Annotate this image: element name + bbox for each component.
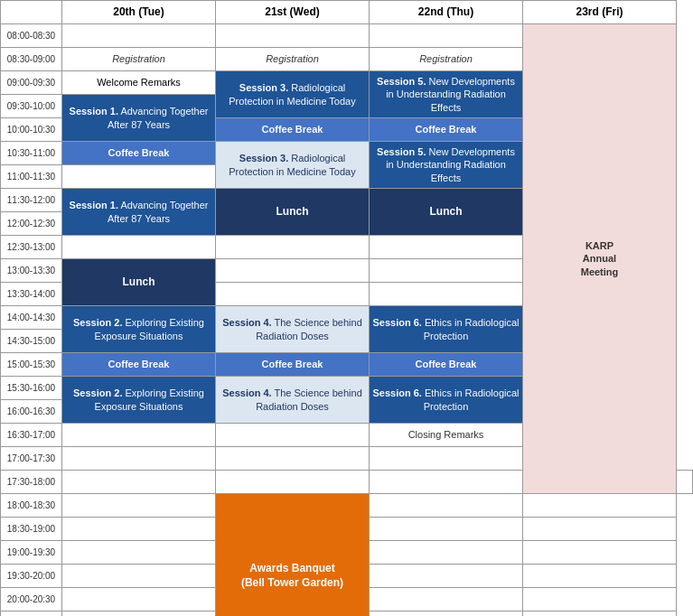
time-cell: 08:30-09:00: [1, 48, 62, 71]
table-cell: [62, 236, 216, 259]
table-cell: [523, 611, 677, 617]
table-cell: [62, 518, 216, 541]
time-cell: 19:00-19:30: [1, 541, 62, 565]
table-cell: [370, 24, 523, 48]
table-cell: [62, 611, 216, 617]
table-cell: Awards Banquet(Bell Tower Garden): [216, 494, 370, 617]
table-cell: Lunch: [216, 189, 370, 236]
table-cell: Session 4. The Science behind Radiation …: [216, 306, 370, 353]
table-cell: [62, 541, 216, 565]
time-header: [1, 1, 62, 24]
table-cell: Session 1. Advancing Together After 87 Y…: [62, 189, 216, 236]
table-cell: Session 5. New Developments in Understan…: [370, 71, 523, 118]
table-cell: Closing Remarks: [370, 424, 523, 447]
header-tue: 20th (Tue): [62, 1, 216, 24]
table-cell: Coffee Break: [216, 353, 370, 377]
header-thu: 22nd (Thu): [370, 1, 523, 24]
table-cell: [370, 518, 523, 541]
table-cell: [370, 611, 523, 617]
table-cell: Session 2. Exploring Existing Exposure S…: [62, 377, 216, 424]
time-cell: 10:30-11:00: [1, 142, 62, 165]
schedule-container: 20th (Tue) 21st (Wed) 22nd (Thu) 23rd (F…: [0, 0, 693, 616]
table-cell: Session 2. Exploring Existing Exposure S…: [62, 306, 216, 353]
table-cell: Session 6. Ethics in Radiological Protec…: [370, 306, 523, 353]
table-cell: Registration: [370, 48, 523, 71]
table-cell: [523, 565, 677, 588]
table-cell: [370, 471, 523, 494]
time-cell: 13:30-14:00: [1, 283, 62, 306]
table-cell: [62, 588, 216, 611]
table-cell: [370, 447, 523, 471]
table-cell: [370, 565, 523, 588]
time-cell: 11:00-11:30: [1, 165, 62, 189]
table-cell: [216, 447, 370, 471]
table-cell: [370, 283, 523, 306]
table-cell: [216, 283, 370, 306]
header-wed: 21st (Wed): [216, 1, 370, 24]
time-cell: 11:30-12:00: [1, 189, 62, 212]
table-cell: Coffee Break: [216, 118, 370, 142]
table-cell: [216, 236, 370, 259]
time-cell: 12:00-12:30: [1, 212, 62, 236]
table-cell: [62, 447, 216, 471]
table-cell: [523, 588, 677, 611]
table-row: 08:00-08:30KARPAnnualMeeting: [1, 24, 693, 48]
time-cell: 08:00-08:30: [1, 24, 62, 48]
time-cell: 17:30-18:00: [1, 471, 62, 494]
table-cell: [216, 259, 370, 283]
table-cell: Session 4. The Science behind Radiation …: [216, 377, 370, 424]
time-cell: 12:30-13:00: [1, 236, 62, 259]
time-cell: 17:00-17:30: [1, 447, 62, 471]
header-fri: 23rd (Fri): [523, 1, 677, 24]
table-cell: Coffee Break: [62, 353, 216, 377]
table-cell: [370, 588, 523, 611]
table-cell: [62, 494, 216, 518]
table-cell: Session 1. Advancing Together After 87 Y…: [62, 95, 216, 142]
time-cell: 09:00-09:30: [1, 71, 62, 95]
time-cell: 20:30-21:00: [1, 611, 62, 617]
table-cell: [216, 471, 370, 494]
table-cell: [62, 565, 216, 588]
table-cell: Session 6. Ethics in Radiological Protec…: [370, 377, 523, 424]
time-cell: 15:00-15:30: [1, 353, 62, 377]
time-cell: 14:30-15:00: [1, 330, 62, 353]
time-cell: 20:00-20:30: [1, 588, 62, 611]
table-cell: Session 5. New Developments in Understan…: [370, 142, 523, 189]
time-cell: 18:30-19:00: [1, 518, 62, 541]
table-cell: Welcome Remarks: [62, 71, 216, 95]
table-cell: Lunch: [62, 259, 216, 306]
time-cell: 14:00-14:30: [1, 306, 62, 330]
table-cell: Registration: [62, 48, 216, 71]
table-cell: [370, 541, 523, 565]
time-cell: 19:30-20:00: [1, 565, 62, 588]
time-cell: 16:30-17:00: [1, 424, 62, 447]
table-cell: [216, 24, 370, 48]
time-cell: 09:30-10:00: [1, 95, 62, 118]
time-cell: 13:00-13:30: [1, 259, 62, 283]
table-cell: [523, 518, 677, 541]
table-cell: Session 3. Radiological Protection in Me…: [216, 142, 370, 189]
table-cell: KARPAnnualMeeting: [523, 24, 677, 494]
table-cell: [370, 494, 523, 518]
table-cell: [62, 424, 216, 447]
table-cell: [62, 165, 216, 189]
table-cell: [677, 471, 693, 494]
table-row: 18:00-18:30Awards Banquet(Bell Tower Gar…: [1, 494, 693, 518]
table-cell: Lunch: [370, 189, 523, 236]
time-cell: 18:00-18:30: [1, 494, 62, 518]
table-cell: [523, 541, 677, 565]
time-cell: 16:00-16:30: [1, 400, 62, 424]
table-cell: [62, 471, 216, 494]
time-cell: 10:00-10:30: [1, 118, 62, 142]
table-cell: Coffee Break: [62, 142, 216, 165]
table-cell: [523, 494, 677, 518]
table-cell: Session 3. Radiological Protection in Me…: [216, 71, 370, 118]
table-cell: [62, 24, 216, 48]
table-cell: Coffee Break: [370, 353, 523, 377]
table-cell: Coffee Break: [370, 118, 523, 142]
table-cell: Registration: [216, 48, 370, 71]
time-cell: 15:30-16:00: [1, 377, 62, 400]
table-cell: [370, 259, 523, 283]
table-cell: [216, 424, 370, 447]
table-cell: [370, 236, 523, 259]
